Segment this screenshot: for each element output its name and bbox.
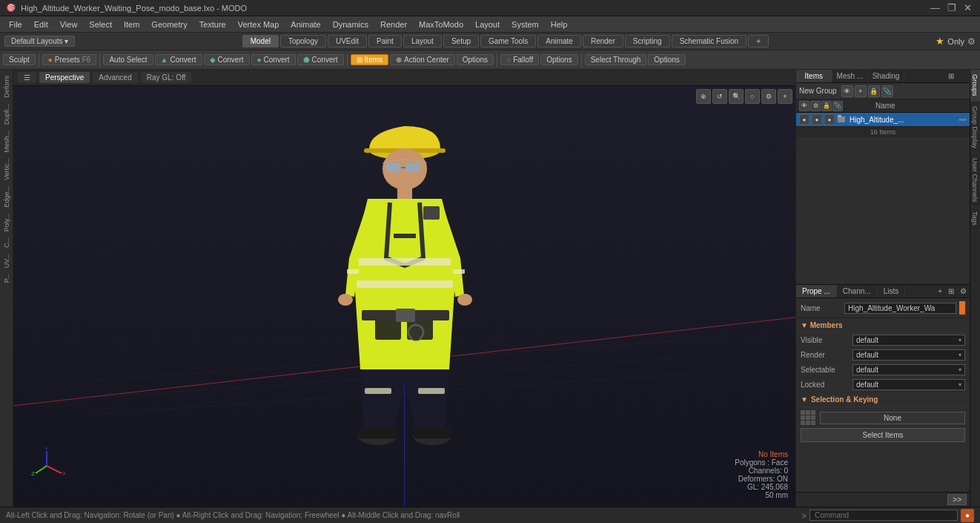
menu-animate[interactable]: Animate <box>285 19 326 30</box>
sidebar-tab-vertex[interactable]: Vertic... <box>1 155 12 183</box>
group-dots-1[interactable]: ••• <box>959 116 967 124</box>
groups-orange-bar[interactable] <box>959 301 965 315</box>
tab-paint[interactable]: Paint <box>368 35 402 47</box>
select-through-btn[interactable]: Select Through <box>585 54 647 65</box>
locked-dropdown[interactable]: default ▾ <box>852 379 965 390</box>
convert-btn-2[interactable]: ◆ Convert <box>204 54 250 65</box>
props-tab-channels[interactable]: Chann... <box>837 285 878 297</box>
none-btn[interactable]: None <box>820 412 965 424</box>
tab-uvedit[interactable]: UVEdit <box>328 35 367 47</box>
tab-render[interactable]: Render <box>583 35 623 47</box>
sidebar-tab-deform[interactable]: Deform <box>1 73 12 101</box>
vp-tab-advanced[interactable]: Advanced <box>93 72 137 83</box>
presets-btn[interactable]: ● Presets F6 <box>42 54 97 65</box>
vp-expand-btn[interactable]: + <box>778 89 792 104</box>
vp-zoom-btn[interactable]: 🔍 <box>729 89 744 104</box>
tab-gametools[interactable]: Game Tools <box>480 35 536 47</box>
props-tab-expand-btn[interactable]: ⊞ <box>945 285 957 297</box>
group-render-icon[interactable]: ● <box>812 114 822 125</box>
menu-vertexmap[interactable]: Vertex Map <box>232 19 285 30</box>
selectable-dropdown[interactable]: default ▾ <box>852 364 965 375</box>
vp-reset-btn[interactable]: ↺ <box>712 89 727 104</box>
options-btn-2[interactable]: Options <box>540 54 577 65</box>
vp-settings-btn[interactable]: ⚙ <box>761 89 776 104</box>
command-go-btn[interactable]: ● <box>961 509 974 522</box>
convert-btn-3[interactable]: ● Convert <box>251 54 296 65</box>
rp-expand-btn[interactable]: ⊞ <box>933 70 970 82</box>
default-layouts-btn[interactable]: Default Layouts ▾ <box>4 36 75 47</box>
tab-topology[interactable]: Topology <box>280 35 326 47</box>
vp-tab-perspective[interactable]: Perspective <box>39 72 90 83</box>
falloff-btn[interactable]: ○ Falloff <box>500 54 539 65</box>
sidebar-tab-mesh[interactable]: Mesh... <box>1 128 12 156</box>
sidebar-tab-poly[interactable]: Poly... <box>1 211 12 234</box>
viewport-3d[interactable]: ⊕ ↺ 🔍 ○ ⚙ + X Y Z <box>13 86 795 507</box>
minimize-btn[interactable]: — <box>928 2 942 13</box>
vp-tab-raygl[interactable]: Ray GL: Off <box>141 72 192 83</box>
menu-render[interactable]: Render <box>374 19 413 30</box>
items-btn[interactable]: ⊞ Items <box>351 54 388 65</box>
tab-schematic[interactable]: Schematic Fusion <box>672 35 746 47</box>
visible-dropdown[interactable]: default ▾ <box>852 335 965 346</box>
rp-tab-mesh[interactable]: Mesh ... <box>832 70 869 82</box>
tab-layout[interactable]: Layout <box>403 35 442 47</box>
menu-select[interactable]: Select <box>83 19 118 30</box>
menu-system[interactable]: System <box>506 19 545 30</box>
menu-item[interactable]: Item <box>118 19 145 30</box>
vp-navigate-btn[interactable]: ⊕ <box>696 89 711 104</box>
sidebar-tab-particles[interactable]: P... <box>1 271 12 286</box>
menu-layout[interactable]: Layout <box>469 19 506 30</box>
convert-btn-1[interactable]: ▲ Convert <box>155 54 202 65</box>
col-attach-icon[interactable]: 📎 <box>832 101 843 111</box>
col-render-icon[interactable]: ⚙ <box>810 101 821 111</box>
menu-view[interactable]: View <box>54 19 84 30</box>
menu-help[interactable]: Help <box>545 19 574 30</box>
rp-tab-shading[interactable]: Shading <box>868 70 904 82</box>
sidebar-tab-edge[interactable]: Edge... <box>1 183 12 211</box>
convert-btn-4[interactable]: ⬟ Convert <box>297 54 344 65</box>
col-lock-icon[interactable]: 🔒 <box>821 101 832 111</box>
tab-setup[interactable]: Setup <box>443 35 479 47</box>
items-eye-btn[interactable]: 👁 <box>841 85 853 97</box>
name-input[interactable] <box>844 303 956 314</box>
action-center-btn[interactable]: ⊕ Action Center <box>390 54 455 65</box>
menu-edit[interactable]: Edit <box>28 19 54 30</box>
options-btn-1[interactable]: Options <box>457 54 494 65</box>
tab-scripting[interactable]: Scripting <box>625 35 670 47</box>
menu-dynamics[interactable]: Dynamics <box>327 19 374 30</box>
render-dropdown[interactable]: default ▾ <box>852 349 965 361</box>
vp-menu-btn[interactable]: ☰ <box>18 72 36 83</box>
sidebar-tab-color[interactable]: C... <box>1 234 12 251</box>
col-eye-icon[interactable]: 👁 <box>799 101 810 111</box>
options-btn-3[interactable]: Options <box>648 54 685 65</box>
panel-expand-btn[interactable]: >> <box>947 494 967 505</box>
menu-texture[interactable]: Texture <box>193 19 232 30</box>
maximize-btn[interactable]: ❐ <box>945 2 959 13</box>
select-items-btn[interactable]: Select Items <box>801 428 965 442</box>
props-tab-properties[interactable]: Prope ... <box>796 285 837 297</box>
tab-animate[interactable]: Animate <box>537 35 581 47</box>
rvtab-tags[interactable]: Tags <box>970 207 980 231</box>
sidebar-tab-uv[interactable]: UV... <box>1 251 12 271</box>
rp-tab-items[interactable]: Items <box>796 70 832 82</box>
auto-select-btn[interactable]: Auto Select <box>103 54 153 65</box>
group-eye-icon[interactable]: ● <box>799 114 810 125</box>
menu-file[interactable]: File <box>3 19 28 30</box>
sidebar-tab-duplicate[interactable]: Dupli... <box>1 101 12 128</box>
menu-maxtomod[interactable]: MaxToModo <box>413 19 469 30</box>
props-tab-add-btn[interactable]: + <box>935 285 945 297</box>
tab-add[interactable]: + <box>748 35 769 47</box>
items-group-header-1[interactable]: ● ● ● High_Altitude_... ••• <box>796 113 970 127</box>
close-btn[interactable]: ✕ <box>961 2 974 13</box>
command-input[interactable] <box>810 510 958 521</box>
props-tab-menu-btn[interactable]: ⚙ <box>957 285 970 297</box>
items-attach-btn[interactable]: 📎 <box>881 85 893 97</box>
group-lock-icon[interactable]: ● <box>824 114 835 125</box>
menu-geometry[interactable]: Geometry <box>145 19 193 30</box>
sculpt-btn[interactable]: Sculpt <box>3 54 36 65</box>
rvtab-groups[interactable]: Groups <box>970 70 980 102</box>
items-lock-btn[interactable]: 🔒 <box>868 85 880 97</box>
vp-light-btn[interactable]: ○ <box>745 89 760 104</box>
rvtab-group-display[interactable]: Group Display <box>970 102 980 154</box>
layout-settings-icon[interactable]: ⚙ <box>967 36 976 47</box>
